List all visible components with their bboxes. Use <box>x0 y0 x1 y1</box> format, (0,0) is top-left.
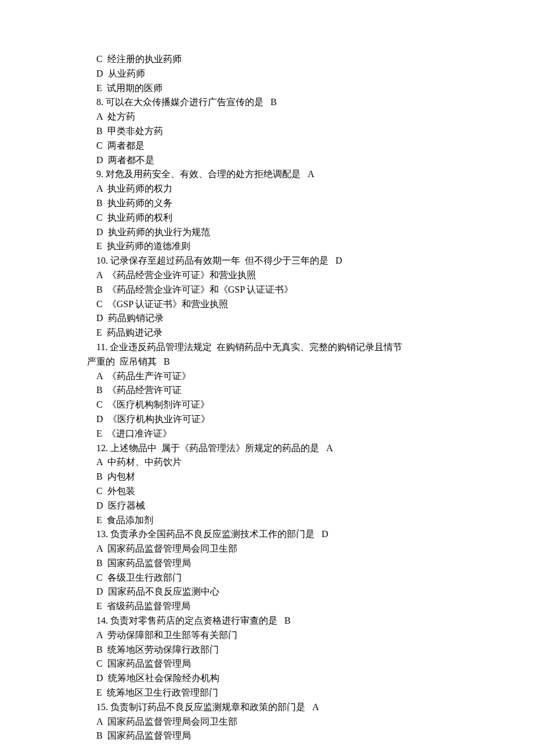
text-line: D 两者都不是 <box>87 153 459 168</box>
document-page: C 经注册的执业药师D 从业药师E 试用期的医师8. 可以在大众传播媒介进行广告… <box>0 0 534 756</box>
text-line: E 执业药师的道德准则 <box>87 239 459 254</box>
text-line: B 统筹地区劳动保障行政部门 <box>87 643 459 657</box>
text-line: 10. 记录保存至超过药品有效期一年 但不得少于三年的是 D <box>87 254 459 268</box>
text-line: B 《药品经营企业许可证》和《GSP 认证证书》 <box>87 283 459 297</box>
text-line: D 统筹地区社会保险经办机构 <box>87 671 459 686</box>
text-line: B 国家药品监督管理局 <box>87 556 459 571</box>
text-line: B 国家药品监督管理局 <box>87 729 459 743</box>
text-line: 8. 可以在大众传播媒介进行广告宣传的是 B <box>87 95 459 110</box>
text-line: C 国家药品监督管理局 <box>87 657 459 671</box>
text-line: C 执业药师的权利 <box>87 211 459 225</box>
text-line: D 国家药品不良反应监测中心 <box>87 585 459 599</box>
text-line: D 药品购销记录 <box>87 311 459 326</box>
text-line: C 两者都是 <box>87 139 459 153</box>
text-line: C 《医疗机构制剂许可证》 <box>87 398 459 412</box>
text-line: C 各级卫生行政部门 <box>87 571 459 585</box>
text-line: A 《药品经营企业许可证》和营业执照 <box>87 268 459 283</box>
text-line: E 药品购进记录 <box>87 326 459 340</box>
text-line: E 省级药品监督管理局 <box>87 599 459 614</box>
text-line: 12. 上述物品中 属于《药品管理法》所规定的药品的是 A <box>87 441 459 456</box>
text-line: C 《GSP 认证证书》和营业执照 <box>87 297 459 312</box>
text-line: 15. 负责制订药品不良反应监测规章和政策的部门是 A <box>87 700 459 715</box>
text-line: 11. 企业违反药品管理法规定 在购销药品中无真实、完整的购销记录且情节 <box>87 340 459 355</box>
text-line: D 执业药师的执业行为规范 <box>87 225 459 240</box>
text-line: A 《药品生产许可证》 <box>87 369 459 384</box>
text-line: E 食品添加剂 <box>87 513 459 528</box>
text-line: E 《进口准许证》 <box>87 427 459 441</box>
text-line: C 经注册的执业药师 <box>87 52 459 67</box>
text-line: A 执业药师的权力 <box>87 182 459 196</box>
text-line: A 国家药品监督管理局会同卫生部 <box>87 715 459 729</box>
text-line: 严重的 应吊销其 B <box>87 355 459 369</box>
text-line: A 国家药品监督管理局会同卫生部 <box>87 542 459 556</box>
text-line: A 劳动保障部和卫生部等有关部门 <box>87 628 459 643</box>
text-line: D 医疗器械 <box>87 499 459 513</box>
text-line: A 中药材、中药饮片 <box>87 455 459 470</box>
document-body: C 经注册的执业药师D 从业药师E 试用期的医师8. 可以在大众传播媒介进行广告… <box>87 52 459 743</box>
text-line: B 执业药师的义务 <box>87 196 459 211</box>
text-line: 14. 负责对零售药店的定点资格进行审查的是 B <box>87 614 459 628</box>
text-line: E 试用期的医师 <box>87 81 459 96</box>
text-line: D 从业药师 <box>87 67 459 81</box>
text-line: B 甲类非处方药 <box>87 124 459 139</box>
text-line: B 内包材 <box>87 470 459 484</box>
text-line: D 《医疗机构执业许可证》 <box>87 412 459 427</box>
text-line: A 处方药 <box>87 110 459 124</box>
text-line: 9. 对危及用药安全、有效、合理的处方拒绝调配是 A <box>87 167 459 182</box>
text-line: E 统筹地区卫生行政管理部门 <box>87 686 459 700</box>
text-line: C 外包装 <box>87 484 459 499</box>
text-line: B 《药品经营许可证 <box>87 383 459 398</box>
text-line: 13. 负责承办全国药品不良反应监测技术工作的部门是 D <box>87 527 459 542</box>
